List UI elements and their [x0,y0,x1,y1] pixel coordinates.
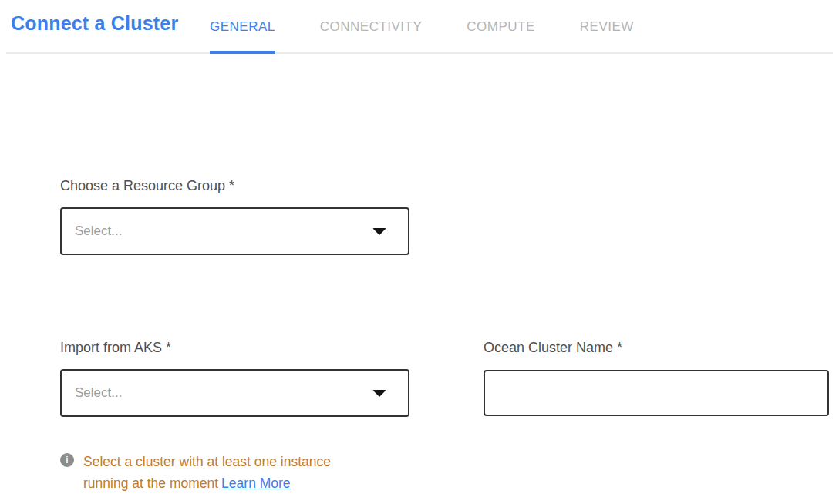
chevron-down-icon [372,390,386,397]
chevron-down-icon [372,228,386,235]
resource-group-label: Choose a Resource Group * [60,177,839,194]
info-icon: i [60,453,74,467]
wizard-header: Connect a Cluster GENERAL CONNECTIVITY C… [0,0,839,54]
resource-group-field: Choose a Resource Group * Select... [60,177,839,255]
info-icon-glyph: i [66,455,68,465]
tab-review-label: REVIEW [580,19,634,35]
ocean-cluster-name-field: Ocean Cluster Name * [484,339,829,416]
resource-group-select-placeholder: Select... [75,223,122,239]
note-text: Select a cluster with at least one insta… [83,451,364,494]
tab-general[interactable]: GENERAL [210,0,275,54]
tab-general-label: GENERAL [210,19,275,35]
general-step-form: Choose a Resource Group * Select... Impo… [0,177,839,494]
tab-compute[interactable]: COMPUTE [467,0,535,54]
ocean-cluster-name-input[interactable] [484,370,829,416]
cluster-instance-note: i Select a cluster with at least one ins… [60,451,839,494]
import-aks-select-placeholder: Select... [75,385,122,401]
note-message: Select a cluster with at least one insta… [83,454,331,491]
resource-group-select[interactable]: Select... [60,207,409,255]
tab-connectivity-label: CONNECTIVITY [320,19,423,35]
import-aks-field: Import from AKS * Select... [60,339,409,417]
page-title: Connect a Cluster [11,12,178,35]
import-aks-select[interactable]: Select... [60,369,409,417]
second-row: Import from AKS * Select... Ocean Cluste… [60,339,839,417]
wizard-tabs: GENERAL CONNECTIVITY COMPUTE REVIEW [210,0,634,54]
connect-cluster-page: Connect a Cluster GENERAL CONNECTIVITY C… [0,0,839,494]
import-aks-label: Import from AKS * [60,339,409,356]
learn-more-link[interactable]: Learn More [221,475,291,491]
ocean-cluster-name-label: Ocean Cluster Name * [484,339,829,356]
tab-compute-label: COMPUTE [467,19,535,35]
tab-connectivity[interactable]: CONNECTIVITY [320,0,423,54]
tab-review[interactable]: REVIEW [580,0,634,54]
